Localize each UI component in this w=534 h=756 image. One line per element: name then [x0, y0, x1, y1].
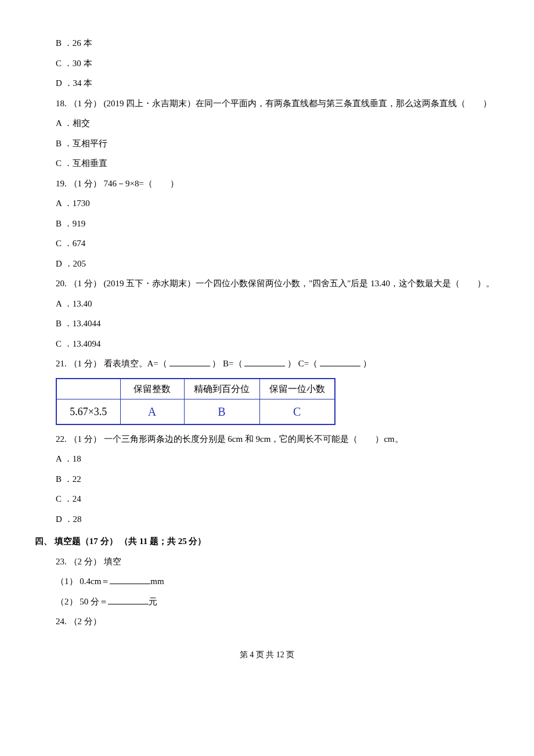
q21-mid-b: ） B=（ — [212, 359, 242, 368]
q-prev-option-c: C ．30 本 — [56, 55, 499, 72]
q20-stem: 20. （1 分） (2019 五下・赤水期末）一个四位小数保留两位小数，"四舍… — [35, 275, 499, 292]
q23-part1: （1） 0.4cm＝mm — [56, 573, 499, 590]
table-cell-b: B — [184, 399, 259, 424]
q24-stem: 24. （2 分） — [56, 613, 499, 630]
table-cell-c: C — [259, 399, 335, 424]
q23-blank-2[interactable] — [108, 596, 149, 604]
page-footer: 第 4 页 共 12 页 — [35, 647, 499, 663]
q23-part1-suffix: mm — [150, 577, 164, 586]
q19-option-a: A ．1730 — [56, 195, 499, 212]
q-prev-option-b: B ．26 本 — [56, 35, 499, 52]
q19-stem: 19. （1 分） 746－9×8=（ ） — [56, 175, 499, 192]
q20-option-c: C ．13.4094 — [56, 336, 499, 352]
table-header-2: 精确到百分位 — [184, 379, 259, 399]
table-header-1: 保留整数 — [120, 379, 184, 399]
q23-part2: （2） 50 分＝元 — [56, 593, 499, 610]
q22-option-b: B ．22 — [56, 471, 499, 488]
q19-option-b: B ．919 — [56, 215, 499, 232]
q18-option-c: C ．互相垂直 — [56, 155, 499, 172]
q21-stem: 21. （1 分） 看表填空。A=（ ） B=（ ） C=（ ） — [56, 355, 499, 372]
q21-table: 保留整数 精确到百分位 保留一位小数 5.67×3.5 A B C — [56, 378, 499, 425]
q18-stem: 18. （1 分） (2019 四上・永吉期末）在同一个平面内，有两条直线都与第… — [56, 95, 499, 112]
q20-option-b: B ．13.4044 — [56, 315, 499, 332]
table-expr: 5.67×3.5 — [56, 399, 120, 424]
q21-blank-a[interactable] — [169, 358, 210, 366]
table-row: 5.67×3.5 A B C — [56, 399, 335, 424]
q23-blank-1[interactable] — [110, 575, 150, 584]
q21-stem-prefix: 21. （1 分） 看表填空。A=（ — [56, 359, 167, 368]
q21-blank-c[interactable] — [320, 358, 360, 366]
q-prev-option-d: D ．34 本 — [56, 75, 499, 92]
table-row: 保留整数 精确到百分位 保留一位小数 — [56, 379, 335, 399]
q18-option-a: A ．相交 — [56, 115, 499, 132]
q21-stem-suffix: ） — [363, 359, 371, 368]
q22-stem: 22. （1 分） 一个三角形两条边的长度分别是 6cm 和 9cm，它的周长不… — [56, 431, 499, 448]
q22-option-d: D ．28 — [56, 511, 499, 528]
q20-option-a: A ．13.40 — [56, 296, 499, 312]
q22-option-a: A ．18 — [56, 451, 499, 467]
q18-option-b: B ．互相平行 — [56, 135, 499, 152]
section-4-heading: 四、 填空题（17 分） （共 11 题；共 25 分） — [35, 533, 499, 550]
table-header-empty — [56, 379, 120, 399]
q23-stem: 23. （2 分） 填空 — [56, 553, 499, 570]
table-header-3: 保留一位小数 — [259, 379, 335, 399]
q23-part2-prefix: （2） 50 分＝ — [56, 597, 108, 606]
q23-part1-prefix: （1） 0.4cm＝ — [56, 577, 110, 586]
q19-option-c: C ．674 — [56, 235, 499, 252]
q19-option-d: D ．205 — [56, 255, 499, 272]
q21-blank-b[interactable] — [244, 358, 285, 366]
table-cell-a: A — [120, 399, 184, 424]
q21-mid-c: ） C=（ — [287, 359, 317, 368]
q22-option-c: C ．24 — [56, 491, 499, 507]
q23-part2-suffix: 元 — [149, 597, 157, 606]
